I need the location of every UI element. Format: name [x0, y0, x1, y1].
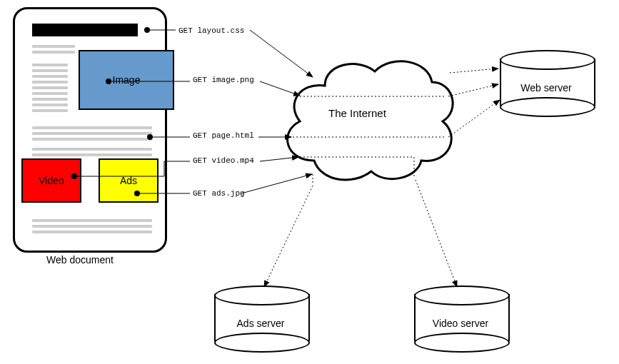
text-line [32, 231, 152, 233]
video-box: Video [21, 158, 81, 203]
text-line [32, 69, 68, 72]
request-layout-label: GET layout.css [178, 26, 244, 35]
ads-box: Ads [99, 158, 158, 203]
request-page-label: GET page.html [193, 131, 254, 140]
svg-line-21 [416, 180, 457, 287]
layout-dot [144, 27, 150, 33]
text-line [32, 148, 152, 151]
ads-server-label: Ads server [214, 318, 307, 329]
video-box-label: Video [39, 175, 64, 186]
text-line [32, 219, 152, 222]
text-line [32, 86, 68, 89]
svg-line-20 [264, 186, 313, 287]
text-line [32, 103, 68, 106]
request-ads-label: GET ads.jpg [193, 189, 245, 198]
text-line [32, 64, 68, 66]
video-server: Video server [414, 285, 507, 350]
page-dot [147, 134, 153, 140]
text-line [32, 132, 152, 135]
text-line [32, 138, 152, 141]
text-line [32, 75, 68, 78]
text-line [32, 51, 75, 54]
text-line [32, 126, 152, 129]
internet-cloud-label: The Internet [328, 107, 386, 119]
web-document [13, 7, 167, 253]
request-video-label: GET video.mp4 [193, 156, 254, 165]
web-server-label: Web server [500, 82, 593, 93]
image-box: Image [79, 50, 174, 110]
image-dot [106, 79, 111, 84]
text-line [32, 92, 68, 95]
ads-box-label: Ads [120, 175, 137, 186]
web-document-caption: Web document [46, 254, 114, 266]
request-image-label: GET image.png [193, 76, 254, 84]
text-line [32, 45, 75, 48]
text-line [32, 109, 68, 112]
video-dot [71, 173, 77, 179]
text-line [32, 81, 68, 84]
diagram-canvas: Web document Image Video Ads The Interne… [0, 0, 619, 364]
web-server: Web server [500, 50, 593, 114]
document-title-bar [32, 24, 138, 36]
image-box-label: Image [113, 74, 141, 86]
video-server-label: Video server [414, 318, 507, 329]
text-line [32, 225, 152, 228]
text-line [32, 153, 152, 156]
ads-server: Ads server [214, 285, 307, 350]
ads-dot [134, 191, 140, 196]
text-line [32, 98, 68, 101]
